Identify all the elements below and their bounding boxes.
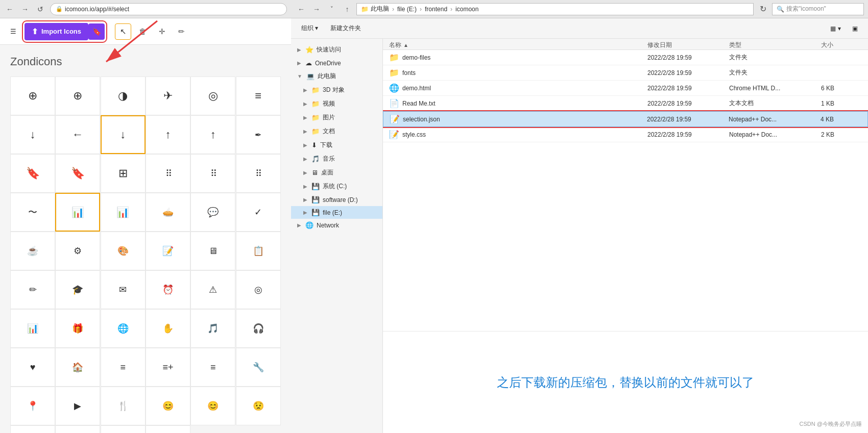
icon-cell[interactable]: ◑	[101, 77, 146, 115]
sidebar-item-quickaccess[interactable]: ▶ ⭐ 快速访问	[291, 43, 382, 57]
icon-cell[interactable]: ⠿	[146, 154, 190, 193]
search-bar[interactable]: 🔍 搜索"icomoon"	[772, 3, 864, 15]
icon-cell[interactable]: ⚠	[190, 270, 235, 309]
sidebar-item-cdrive[interactable]: ▶ 💾 系统 (C:)	[291, 180, 382, 193]
icon-cell[interactable]: ⊕	[55, 77, 100, 115]
sidebar-item-thispc[interactable]: ▼ 💻 此电脑	[291, 69, 382, 83]
exp-recent-button[interactable]: ˅	[326, 3, 338, 15]
sidebar-item-downloads[interactable]: ▶ ⬇ 下载	[291, 138, 382, 152]
icon-cell[interactable]: ◎	[190, 77, 235, 115]
sidebar-item-images[interactable]: ▶ 📁 图片	[291, 111, 382, 124]
sidebar-item-desktop[interactable]: ▶ 🖥 桌面	[291, 166, 382, 180]
icon-cell[interactable]: 🎁	[55, 309, 100, 348]
icon-cell[interactable]: 〜	[10, 193, 55, 232]
icon-cell[interactable]: 🖥	[190, 232, 235, 270]
sidebar-item-music[interactable]: ▶ 🎵 音乐	[291, 152, 382, 166]
icon-cell[interactable]: ◎	[101, 425, 146, 433]
icon-cell[interactable]: 📋	[236, 232, 281, 270]
cursor-tool-button[interactable]: ↖	[115, 23, 131, 40]
exp-refresh-button[interactable]: ↻	[757, 3, 769, 15]
icon-cell[interactable]: ⊞	[101, 154, 146, 193]
icon-cell[interactable]: ≡	[190, 348, 235, 387]
import-icons-button[interactable]: ⬆ Import Icons	[25, 23, 88, 40]
icon-cell[interactable]: 🎧	[236, 309, 281, 348]
icon-cell[interactable]: 📝	[146, 232, 190, 270]
icon-cell[interactable]: 🎨	[101, 232, 146, 270]
pane-button[interactable]: ▣	[848, 23, 862, 34]
file-row[interactable]: 🌐 demo.html 2022/2/28 19:59 Chrome HTML …	[383, 81, 868, 96]
trash-button[interactable]: 🗑	[134, 23, 151, 40]
bookmark-button[interactable]: 🔖	[88, 23, 105, 40]
icon-cell-selected[interactable]: ↓	[101, 115, 146, 154]
icon-cell[interactable]: ♥	[10, 348, 55, 387]
icon-cell[interactable]: ✏	[10, 270, 55, 309]
new-folder-button[interactable]: 新建文件夹	[326, 22, 365, 35]
forward-button[interactable]: →	[19, 4, 31, 15]
icon-cell[interactable]: 😊	[146, 387, 190, 425]
file-row[interactable]: 📁 fonts 2022/2/28 19:59 文件夹	[383, 65, 868, 81]
icon-cell[interactable]: ⊕	[10, 77, 55, 115]
icon-cell[interactable]: ✈	[146, 77, 190, 115]
icon-cell[interactable]: ✓	[236, 193, 281, 232]
icon-cell[interactable]: ↑	[146, 115, 190, 154]
icon-cell[interactable]: ↑	[190, 115, 235, 154]
sidebar-item-edrive[interactable]: ▶ 💾 file (E:)	[291, 206, 382, 219]
icon-cell[interactable]: ≡	[236, 77, 281, 115]
move-button[interactable]: ✛	[154, 23, 170, 40]
icon-cell[interactable]: ▶	[55, 387, 100, 425]
icon-cell[interactable]: 😟	[236, 387, 281, 425]
icon-cell[interactable]: ↓	[10, 115, 55, 154]
icon-cell[interactable]: 🌐	[101, 309, 146, 348]
icon-cell[interactable]: 🔖	[10, 154, 55, 193]
edit-button[interactable]: ✏	[173, 23, 189, 40]
exp-up-button[interactable]: ↑	[341, 3, 353, 15]
icon-cell[interactable]: ☕	[10, 232, 55, 270]
icon-cell[interactable]: 📍	[10, 387, 55, 425]
hamburger-button[interactable]: ☰	[5, 23, 21, 40]
icon-cell[interactable]: 🔑	[146, 425, 190, 433]
icon-cell[interactable]: 🥧	[146, 193, 190, 232]
icon-cell[interactable]: ≡	[101, 348, 146, 387]
icon-cell[interactable]: 📊	[10, 309, 55, 348]
sidebar-item-3d[interactable]: ▶ 📁 3D 对象	[291, 83, 382, 97]
icon-cell[interactable]: ≡+	[146, 348, 190, 387]
icon-cell[interactable]: ⠿	[190, 154, 235, 193]
icon-cell[interactable]: ✉	[101, 270, 146, 309]
file-row[interactable]: 📁 demo-files 2022/2/28 19:59 文件夹	[383, 50, 868, 65]
icon-cell[interactable]: 😊	[190, 387, 235, 425]
sidebar-item-network[interactable]: ▶ 🌐 Network	[291, 219, 382, 232]
sidebar-item-onedrive[interactable]: ▶ ☁ OneDrive	[291, 57, 382, 69]
icon-cell[interactable]: 🎵	[190, 309, 235, 348]
file-row[interactable]: 📄 Read Me.txt 2022/2/28 19:59 文本文档 1 KB	[383, 96, 868, 111]
file-row-selected[interactable]: 📝 selection.json 2022/2/28 19:59 Notepad…	[383, 111, 868, 127]
icon-cell-bar-chart[interactable]: 📊	[55, 193, 100, 232]
sidebar-item-video[interactable]: ▶ 📁 视频	[291, 97, 382, 111]
icon-cell[interactable]: 🎓	[55, 270, 100, 309]
icon-cell[interactable]: 🔧	[236, 348, 281, 387]
icon-cell[interactable]: 🔖	[55, 154, 100, 193]
icon-cell[interactable]: 🏠	[55, 348, 100, 387]
sidebar-label: 下载	[320, 141, 332, 149]
icon-cell[interactable]: ◎	[236, 270, 281, 309]
icon-cell[interactable]: 💬	[190, 193, 235, 232]
icon-cell[interactable]: 😶	[10, 425, 55, 433]
icon-cell[interactable]: ⚙	[55, 232, 100, 270]
exp-forward-button[interactable]: →	[310, 3, 323, 15]
icon-cell[interactable]: ←	[55, 115, 100, 154]
icon-cell[interactable]: 🍴	[101, 387, 146, 425]
path-bar[interactable]: 📁 此电脑 › file (E:) › frontend › icomoon	[356, 3, 754, 15]
icon-cell[interactable]: ✋	[146, 309, 190, 348]
icon-cell[interactable]: 📊	[101, 193, 146, 232]
sidebar-item-ddrive[interactable]: ▶ 💾 software (D:)	[291, 193, 382, 206]
icon-cell[interactable]: ⠿	[236, 154, 281, 193]
icon-cell[interactable]: ⏰	[146, 270, 190, 309]
file-row[interactable]: 📝 style.css 2022/2/28 19:59 Notepad++ Do…	[383, 127, 868, 142]
organize-button[interactable]: 组织 ▾	[297, 22, 322, 35]
refresh-button[interactable]: ↺	[35, 4, 46, 15]
back-button[interactable]: ←	[4, 4, 15, 15]
icon-cell[interactable]: ✒	[236, 115, 281, 154]
exp-back-button[interactable]: ←	[295, 3, 307, 15]
icon-cell[interactable]: 🖱	[55, 425, 100, 433]
view-button[interactable]: ▦ ▾	[826, 23, 845, 34]
sidebar-item-docs[interactable]: ▶ 📁 文档	[291, 124, 382, 138]
